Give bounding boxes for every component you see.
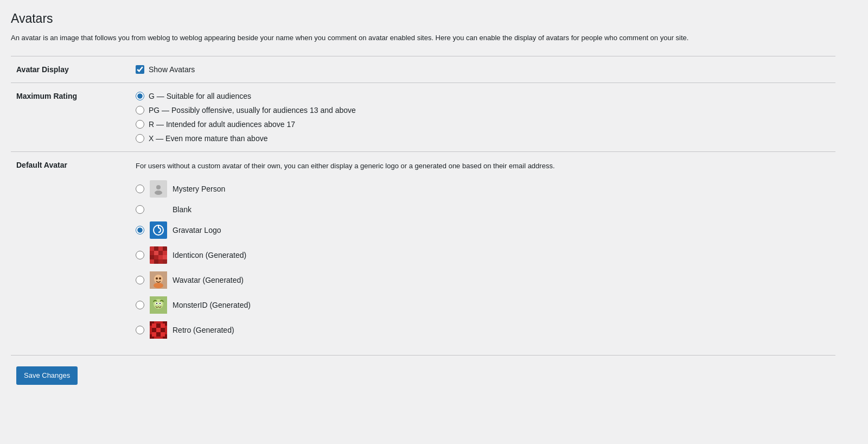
gravatar-logo-thumb <box>150 221 167 239</box>
svg-point-0 <box>156 185 161 189</box>
default-avatar-row: Default Avatar For users without a custo… <box>11 152 835 355</box>
rating-r-label[interactable]: R — Intended for adult audiences above 1… <box>149 120 295 129</box>
rating-x-radio[interactable] <box>136 134 144 143</box>
rating-x-row: X — Even more mature than above <box>136 134 830 143</box>
avatar-display-row: Avatar Display Show Avatars <box>11 56 835 83</box>
avatar-retro-row: Retro (Generated) <box>136 321 830 339</box>
rating-pg-row: PG — Possibly offensive, usually for aud… <box>136 106 830 115</box>
svg-rect-14 <box>154 255 158 259</box>
svg-point-31 <box>159 303 161 304</box>
show-avatars-row: Show Avatars <box>136 65 830 74</box>
avatar-display-label: Avatar Display <box>11 56 130 83</box>
save-row: Save Changes <box>11 355 835 390</box>
svg-rect-40 <box>165 326 167 334</box>
wavatar-thumb <box>150 271 167 289</box>
svg-rect-18 <box>154 259 158 264</box>
settings-table: Avatar Display Show Avatars Maximum Rati… <box>11 56 835 355</box>
avatar-gravatar-row: Gravatar Logo <box>136 221 830 239</box>
rating-pg-radio[interactable] <box>136 106 144 115</box>
avatar-wavatar-row: Wavatar (Generated) <box>136 271 830 289</box>
show-avatars-checkbox[interactable] <box>136 65 144 74</box>
default-avatar-field: For users without a custom avatar of the… <box>130 152 835 355</box>
svg-rect-20 <box>163 259 167 264</box>
svg-rect-9 <box>150 251 154 255</box>
svg-rect-17 <box>150 259 154 264</box>
rating-r-row: R — Intended for adult audiences above 1… <box>136 120 830 129</box>
avatar-mystery-radio[interactable] <box>136 185 144 193</box>
avatar-display-field: Show Avatars <box>130 56 835 83</box>
avatar-blank-label[interactable]: Blank <box>173 205 192 214</box>
avatar-identicon-row: Identicon (Generated) <box>136 246 830 264</box>
rating-x-label[interactable]: X — Even more mature than above <box>149 134 267 143</box>
svg-rect-36 <box>152 332 156 337</box>
monsterid-thumb <box>150 296 167 314</box>
svg-rect-13 <box>150 255 154 259</box>
maximum-rating-label: Maximum Rating <box>11 83 130 152</box>
rating-r-radio[interactable] <box>136 120 144 129</box>
rating-pg-label[interactable]: PG — Possibly offensive, usually for aud… <box>149 106 356 115</box>
rating-g-label[interactable]: G — Suitable for all audiences <box>149 92 251 100</box>
svg-rect-19 <box>158 259 163 264</box>
default-avatar-description: For users without a custom avatar of the… <box>136 161 830 172</box>
avatar-mystery-label[interactable]: Mystery Person <box>173 185 225 193</box>
page-description: An avatar is an image that follows you f… <box>11 33 835 43</box>
svg-rect-7 <box>158 246 163 251</box>
svg-rect-39 <box>150 326 152 334</box>
retro-thumb <box>150 321 167 339</box>
svg-rect-5 <box>150 246 154 251</box>
svg-rect-38 <box>154 321 163 324</box>
avatar-monsterid-label[interactable]: MonsterID (Generated) <box>173 301 251 309</box>
page-wrap: Avatars An avatar is an image that follo… <box>0 0 846 412</box>
svg-rect-11 <box>158 251 163 255</box>
svg-point-24 <box>159 277 161 280</box>
svg-rect-8 <box>163 246 167 251</box>
page-title: Avatars <box>11 11 835 27</box>
svg-point-30 <box>156 303 157 304</box>
svg-rect-6 <box>154 246 158 251</box>
svg-point-23 <box>156 277 158 280</box>
identicon-thumb <box>150 246 167 264</box>
avatar-retro-label[interactable]: Retro (Generated) <box>173 326 234 334</box>
avatar-monsterid-row: MonsterID (Generated) <box>136 296 830 314</box>
svg-rect-12 <box>163 251 167 255</box>
avatar-blank-radio[interactable] <box>136 205 144 214</box>
maximum-rating-field: G — Suitable for all audiences PG — Poss… <box>130 83 835 152</box>
svg-rect-33 <box>152 324 156 328</box>
rating-g-row: G — Suitable for all audiences <box>136 92 830 100</box>
svg-rect-35 <box>156 328 161 332</box>
maximum-rating-row: Maximum Rating G — Suitable for all audi… <box>11 83 835 152</box>
avatar-identicon-radio[interactable] <box>136 251 144 259</box>
rating-radio-group: G — Suitable for all audiences PG — Poss… <box>136 92 830 143</box>
svg-rect-10 <box>154 251 158 255</box>
show-avatars-checkbox-label[interactable]: Show Avatars <box>149 65 195 74</box>
default-avatar-label: Default Avatar <box>11 152 130 355</box>
avatar-wavatar-radio[interactable] <box>136 276 144 284</box>
avatar-blank-row: Blank <box>136 205 830 214</box>
rating-g-radio[interactable] <box>136 92 144 100</box>
avatar-wavatar-label[interactable]: Wavatar (Generated) <box>173 276 244 284</box>
svg-rect-16 <box>163 255 167 259</box>
avatar-mystery-row: Mystery Person <box>136 180 830 198</box>
svg-rect-37 <box>161 332 165 337</box>
avatar-gravatar-radio[interactable] <box>136 226 144 234</box>
svg-rect-15 <box>158 255 163 259</box>
avatar-identicon-label[interactable]: Identicon (Generated) <box>173 251 246 259</box>
svg-point-1 <box>155 191 162 195</box>
mystery-person-thumb <box>150 180 167 198</box>
save-changes-button[interactable]: Save Changes <box>16 366 78 385</box>
avatar-monsterid-radio[interactable] <box>136 301 144 309</box>
avatar-retro-radio[interactable] <box>136 326 144 334</box>
svg-point-25 <box>154 283 163 288</box>
svg-rect-34 <box>161 324 165 328</box>
svg-rect-41 <box>154 337 163 339</box>
avatar-gravatar-label[interactable]: Gravatar Logo <box>173 226 221 234</box>
